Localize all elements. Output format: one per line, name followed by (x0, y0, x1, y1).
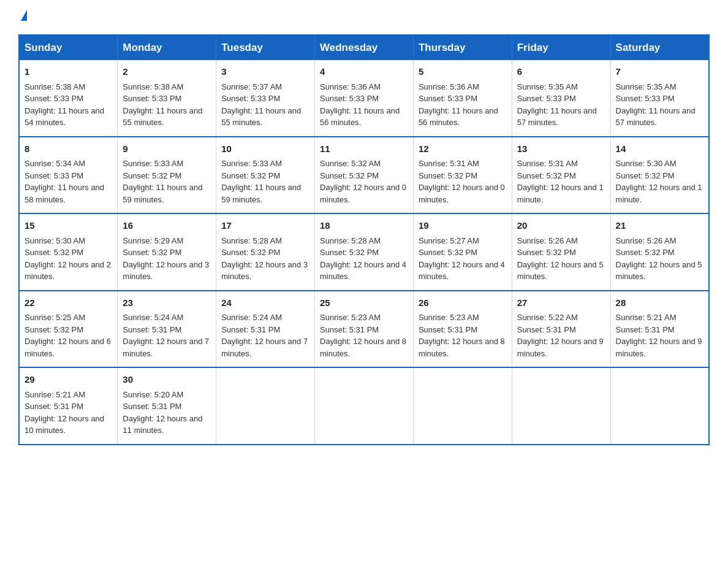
calendar-day-cell: 29 Sunrise: 5:21 AMSunset: 5:31 PMDaylig… (19, 367, 118, 445)
day-number: 13 (517, 142, 605, 156)
day-number: 29 (25, 373, 112, 387)
calendar-day-cell: 15 Sunrise: 5:30 AMSunset: 5:32 PMDaylig… (19, 213, 118, 291)
weekday-header-sunday: Sunday (19, 35, 118, 60)
calendar-day-cell: 6 Sunrise: 5:35 AMSunset: 5:33 PMDayligh… (512, 60, 610, 137)
day-info: Sunrise: 5:29 AMSunset: 5:32 PMDaylight:… (123, 236, 209, 282)
calendar-week-row: 22 Sunrise: 5:25 AMSunset: 5:32 PMDaylig… (19, 291, 709, 368)
calendar-week-row: 29 Sunrise: 5:21 AMSunset: 5:31 PMDaylig… (19, 367, 709, 445)
day-info: Sunrise: 5:35 AMSunset: 5:33 PMDaylight:… (517, 82, 597, 128)
day-info: Sunrise: 5:36 AMSunset: 5:33 PMDaylight:… (419, 82, 498, 128)
day-info: Sunrise: 5:23 AMSunset: 5:31 PMDaylight:… (320, 313, 406, 358)
day-number: 7 (616, 65, 703, 79)
day-info: Sunrise: 5:34 AMSunset: 5:33 PMDaylight:… (25, 159, 104, 204)
day-number: 10 (221, 142, 309, 156)
day-info: Sunrise: 5:31 AMSunset: 5:32 PMDaylight:… (419, 159, 505, 204)
calendar-day-cell: 28 Sunrise: 5:21 AMSunset: 5:31 PMDaylig… (610, 291, 709, 368)
calendar-day-cell: 25 Sunrise: 5:23 AMSunset: 5:31 PMDaylig… (315, 291, 414, 368)
calendar-day-cell: 30 Sunrise: 5:20 AMSunset: 5:31 PMDaylig… (118, 367, 216, 445)
day-number: 25 (320, 296, 408, 310)
calendar-day-cell: 16 Sunrise: 5:29 AMSunset: 5:32 PMDaylig… (118, 213, 216, 291)
day-info: Sunrise: 5:28 AMSunset: 5:32 PMDaylight:… (320, 236, 406, 282)
calendar-week-row: 15 Sunrise: 5:30 AMSunset: 5:32 PMDaylig… (19, 213, 709, 291)
day-info: Sunrise: 5:26 AMSunset: 5:32 PMDaylight:… (517, 236, 604, 282)
day-info: Sunrise: 5:21 AMSunset: 5:31 PMDaylight:… (25, 390, 104, 435)
day-number: 23 (123, 296, 211, 310)
day-info: Sunrise: 5:33 AMSunset: 5:32 PMDaylight:… (221, 159, 301, 204)
calendar-day-cell: 18 Sunrise: 5:28 AMSunset: 5:32 PMDaylig… (315, 213, 414, 291)
day-info: Sunrise: 5:38 AMSunset: 5:33 PMDaylight:… (123, 82, 202, 128)
page-header (18, 12, 710, 23)
day-number: 4 (320, 65, 408, 79)
day-number: 6 (517, 65, 605, 79)
calendar-day-cell: 2 Sunrise: 5:38 AMSunset: 5:33 PMDayligh… (118, 60, 216, 137)
day-info: Sunrise: 5:23 AMSunset: 5:31 PMDaylight:… (419, 313, 505, 358)
calendar-day-cell: 3 Sunrise: 5:37 AMSunset: 5:33 PMDayligh… (216, 60, 315, 137)
day-number: 18 (320, 219, 408, 233)
day-info: Sunrise: 5:26 AMSunset: 5:32 PMDaylight:… (616, 236, 702, 282)
calendar-table: SundayMondayTuesdayWednesdayThursdayFrid… (18, 34, 710, 445)
weekday-header-friday: Friday (512, 35, 610, 60)
calendar-day-cell (315, 367, 414, 445)
day-info: Sunrise: 5:38 AMSunset: 5:33 PMDaylight:… (25, 82, 104, 128)
day-number: 16 (123, 219, 211, 233)
day-info: Sunrise: 5:31 AMSunset: 5:32 PMDaylight:… (517, 159, 604, 204)
calendar-day-cell: 23 Sunrise: 5:24 AMSunset: 5:31 PMDaylig… (118, 291, 216, 368)
calendar-day-cell: 5 Sunrise: 5:36 AMSunset: 5:33 PMDayligh… (413, 60, 512, 137)
day-info: Sunrise: 5:25 AMSunset: 5:32 PMDaylight:… (25, 313, 111, 358)
day-number: 26 (419, 296, 507, 310)
day-info: Sunrise: 5:32 AMSunset: 5:32 PMDaylight:… (320, 159, 406, 204)
day-number: 9 (123, 142, 211, 156)
weekday-header-tuesday: Tuesday (216, 35, 315, 60)
day-info: Sunrise: 5:21 AMSunset: 5:31 PMDaylight:… (616, 313, 702, 358)
calendar-day-cell: 4 Sunrise: 5:36 AMSunset: 5:33 PMDayligh… (315, 60, 414, 137)
day-number: 30 (123, 373, 211, 387)
calendar-day-cell: 11 Sunrise: 5:32 AMSunset: 5:32 PMDaylig… (315, 137, 414, 214)
weekday-header-thursday: Thursday (413, 35, 512, 60)
day-info: Sunrise: 5:28 AMSunset: 5:32 PMDaylight:… (221, 236, 308, 282)
calendar-day-cell: 9 Sunrise: 5:33 AMSunset: 5:32 PMDayligh… (118, 137, 216, 214)
calendar-day-cell: 24 Sunrise: 5:24 AMSunset: 5:31 PMDaylig… (216, 291, 315, 368)
day-info: Sunrise: 5:30 AMSunset: 5:32 PMDaylight:… (25, 236, 111, 282)
day-number: 28 (616, 296, 703, 310)
day-number: 3 (221, 65, 309, 79)
day-info: Sunrise: 5:35 AMSunset: 5:33 PMDaylight:… (616, 82, 696, 128)
calendar-day-cell: 1 Sunrise: 5:38 AMSunset: 5:33 PMDayligh… (19, 60, 118, 137)
calendar-day-cell: 8 Sunrise: 5:34 AMSunset: 5:33 PMDayligh… (19, 137, 118, 214)
day-number: 27 (517, 296, 605, 310)
day-number: 5 (419, 65, 507, 79)
calendar-day-cell: 27 Sunrise: 5:22 AMSunset: 5:31 PMDaylig… (512, 291, 610, 368)
day-info: Sunrise: 5:24 AMSunset: 5:31 PMDaylight:… (123, 313, 209, 358)
calendar-day-cell (610, 367, 709, 445)
calendar-day-cell: 7 Sunrise: 5:35 AMSunset: 5:33 PMDayligh… (610, 60, 709, 137)
day-info: Sunrise: 5:20 AMSunset: 5:31 PMDaylight:… (123, 390, 202, 435)
day-number: 20 (517, 219, 605, 233)
calendar-day-cell: 17 Sunrise: 5:28 AMSunset: 5:32 PMDaylig… (216, 213, 315, 291)
calendar-day-cell: 22 Sunrise: 5:25 AMSunset: 5:32 PMDaylig… (19, 291, 118, 368)
day-number: 22 (25, 296, 112, 310)
logo (18, 12, 27, 23)
weekday-header-monday: Monday (118, 35, 216, 60)
day-number: 1 (25, 65, 112, 79)
day-info: Sunrise: 5:30 AMSunset: 5:32 PMDaylight:… (616, 159, 702, 204)
calendar-week-row: 8 Sunrise: 5:34 AMSunset: 5:33 PMDayligh… (19, 137, 709, 214)
day-number: 24 (221, 296, 309, 310)
weekday-header-wednesday: Wednesday (315, 35, 414, 60)
calendar-day-cell (512, 367, 610, 445)
day-number: 14 (616, 142, 703, 156)
calendar-day-cell: 20 Sunrise: 5:26 AMSunset: 5:32 PMDaylig… (512, 213, 610, 291)
calendar-day-cell: 21 Sunrise: 5:26 AMSunset: 5:32 PMDaylig… (610, 213, 709, 291)
day-info: Sunrise: 5:37 AMSunset: 5:33 PMDaylight:… (221, 82, 301, 128)
logo-triangle-icon (21, 10, 27, 21)
calendar-day-cell: 10 Sunrise: 5:33 AMSunset: 5:32 PMDaylig… (216, 137, 315, 214)
weekday-header-row: SundayMondayTuesdayWednesdayThursdayFrid… (19, 35, 709, 60)
day-info: Sunrise: 5:22 AMSunset: 5:31 PMDaylight:… (517, 313, 604, 358)
day-info: Sunrise: 5:27 AMSunset: 5:32 PMDaylight:… (419, 236, 505, 282)
calendar-day-cell: 14 Sunrise: 5:30 AMSunset: 5:32 PMDaylig… (610, 137, 709, 214)
weekday-header-saturday: Saturday (610, 35, 709, 60)
day-number: 17 (221, 219, 309, 233)
day-number: 21 (616, 219, 703, 233)
calendar-day-cell: 12 Sunrise: 5:31 AMSunset: 5:32 PMDaylig… (413, 137, 512, 214)
calendar-day-cell (216, 367, 315, 445)
day-number: 2 (123, 65, 211, 79)
day-info: Sunrise: 5:36 AMSunset: 5:33 PMDaylight:… (320, 82, 400, 128)
